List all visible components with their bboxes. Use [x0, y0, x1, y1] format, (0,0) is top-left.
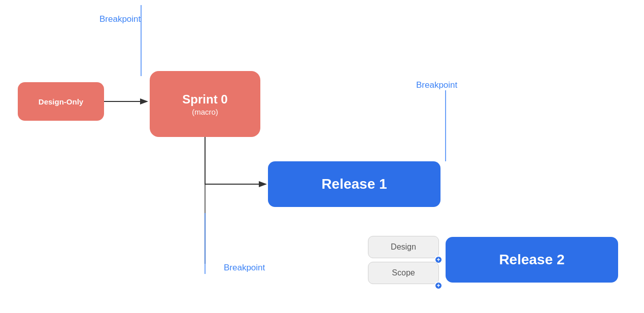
design-only-node[interactable]: Design-Only	[18, 82, 104, 121]
breakpoint-label-1: Breakpoint	[99, 14, 141, 24]
release1-label: Release 1	[321, 176, 387, 192]
design-only-label: Design-Only	[39, 97, 83, 106]
sprint0-sublabel: (macro)	[192, 108, 218, 116]
sprint0-node[interactable]: Sprint 0 (macro)	[150, 71, 260, 137]
scope-plus-badge[interactable]: +	[434, 282, 443, 290]
breakpoint-label-3: Breakpoint	[224, 263, 265, 273]
scope-node[interactable]: Scope	[368, 262, 439, 284]
sprint0-label: Sprint 0	[182, 92, 227, 107]
design-label: Design	[391, 242, 416, 252]
breakpoint-label-2: Breakpoint	[416, 80, 457, 90]
release1-node[interactable]: Release 1	[268, 161, 440, 207]
scope-label: Scope	[392, 268, 415, 277]
release2-node[interactable]: Release 2	[446, 237, 618, 283]
release2-label: Release 2	[499, 252, 564, 268]
design-node[interactable]: Design	[368, 236, 439, 258]
